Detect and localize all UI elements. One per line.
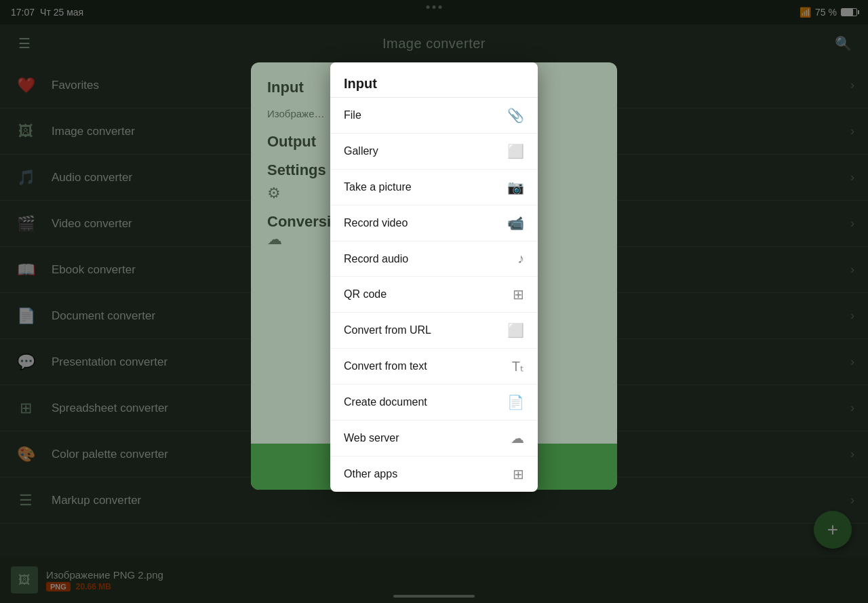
cloud-icon: ☁: [267, 231, 282, 248]
record-video-label: Record video: [344, 217, 408, 229]
other-apps-label: Other apps: [344, 468, 397, 480]
take-picture-label: Take a picture: [344, 181, 412, 193]
dialog-item-record-video[interactable]: Record video 📹: [330, 206, 538, 241]
other-apps-icon: ⊞: [513, 466, 524, 482]
input-subtitle: Изображе…: [267, 108, 325, 119]
record-audio-icon: ♪: [517, 251, 524, 267]
input-dialog: Input File 📎 Gallery ⬜ Take a picture 📷 …: [330, 62, 538, 492]
convert-from-text-label: Convert from text: [344, 360, 427, 372]
convert-from-url-icon: ⬜: [507, 322, 524, 338]
dialog-title: Input: [344, 76, 524, 92]
dialog-item-web-server[interactable]: Web server ☁: [330, 421, 538, 456]
web-server-icon: ☁: [511, 430, 524, 446]
dialog-item-take-picture[interactable]: Take a picture 📷: [330, 170, 538, 206]
dialog-item-convert-from-url[interactable]: Convert from URL ⬜: [330, 313, 538, 349]
dialog-item-convert-from-text[interactable]: Convert from text Tₜ: [330, 349, 538, 385]
web-server-label: Web server: [344, 432, 399, 444]
dialog-header: Input: [330, 62, 538, 98]
dialog-item-gallery[interactable]: Gallery ⬜: [330, 134, 538, 170]
file-icon: 📎: [507, 107, 524, 123]
dialog-items-container: File 📎 Gallery ⬜ Take a picture 📷 Record…: [330, 98, 538, 492]
dialog-item-create-document[interactable]: Create document 📄: [330, 385, 538, 421]
convert-from-url-label: Convert from URL: [344, 324, 431, 336]
record-audio-label: Record audio: [344, 253, 408, 265]
gear-icon: ⚙: [267, 184, 281, 201]
file-label: File: [344, 109, 361, 121]
gallery-label: Gallery: [344, 145, 378, 157]
qr-code-label: QR code: [344, 288, 387, 300]
dialog-item-other-apps[interactable]: Other apps ⊞: [330, 456, 538, 492]
qr-code-icon: ⊞: [513, 286, 524, 303]
dialog-item-qr-code[interactable]: QR code ⊞: [330, 277, 538, 313]
create-document-label: Create document: [344, 396, 427, 408]
convert-from-text-icon: Tₜ: [512, 358, 524, 374]
record-video-icon: 📹: [507, 215, 524, 231]
create-document-icon: 📄: [507, 394, 524, 410]
gallery-icon: ⬜: [507, 143, 524, 159]
dialog-item-file[interactable]: File 📎: [330, 98, 538, 134]
dialog-item-record-audio[interactable]: Record audio ♪: [330, 241, 538, 277]
take-picture-icon: 📷: [507, 179, 524, 195]
